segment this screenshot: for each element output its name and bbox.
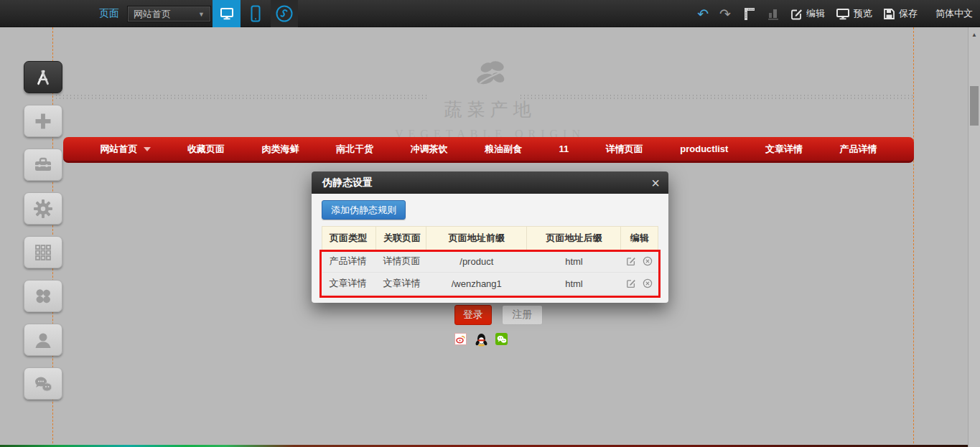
- pseudo-static-settings-dialog: 伪静态设置 × 添加伪静态规则 页面类型 关联页面 页面地址前缀 页面地址后缀 …: [312, 171, 668, 303]
- redo-button[interactable]: ↷: [719, 7, 731, 21]
- site-navbar: 网站首页 收藏页面 肉类海鲜 南北干货 冲调茶饮 粮油副食 11 详情页面 pr…: [63, 137, 914, 163]
- header-linked-page: 关联页面: [375, 227, 426, 250]
- rules-table: 页面类型 关联页面 页面地址前缀 页面地址后缀 编辑 产品详情 详情页面 /pr…: [322, 226, 658, 295]
- grid-icon: [34, 243, 52, 262]
- edit-button[interactable]: 编辑: [790, 7, 825, 20]
- page-label: 页面: [99, 7, 119, 20]
- cell-page-type: 文章详情: [322, 273, 376, 295]
- canvas-guide-right: [913, 27, 914, 447]
- sidebar-modules-grid-button[interactable]: [24, 236, 62, 268]
- edit-pencil-icon: [790, 8, 803, 20]
- preview-monitor-icon: [836, 7, 850, 21]
- vegetable-logo-icon: [470, 57, 511, 90]
- nav-item-home[interactable]: 网站首页: [101, 143, 151, 156]
- mobile-view-button[interactable]: [243, 0, 268, 27]
- preview-label: 预览: [854, 7, 872, 20]
- scrollbar-thumb[interactable]: [970, 86, 979, 126]
- plus-icon: [33, 111, 53, 131]
- table-row: 文章详情 文章详情 /wenzhang1 html: [322, 273, 658, 295]
- ruler-icon: [742, 6, 756, 22]
- close-icon[interactable]: ×: [651, 176, 660, 190]
- ruler-button[interactable]: [742, 6, 756, 22]
- language-switch[interactable]: 简体中文: [935, 7, 973, 20]
- qq-icon[interactable]: [475, 333, 488, 347]
- chevron-down-icon: ▼: [198, 11, 205, 18]
- undo-button[interactable]: ↶: [697, 7, 709, 21]
- site-logo-block: 蔬菜产地 VEGETABLE ORIGIN: [0, 57, 980, 141]
- nav-item-11[interactable]: 11: [559, 143, 569, 154]
- clover-icon: [34, 287, 52, 306]
- design-tools-icon: [34, 68, 52, 87]
- add-pseudo-static-rule-button[interactable]: 添加伪静态规则: [322, 200, 406, 220]
- nav-item-productlist[interactable]: productlist: [680, 143, 728, 154]
- sidebar-settings-button[interactable]: [24, 192, 62, 225]
- dialog-title: 伪静态设置: [322, 177, 373, 189]
- nav-item-product-detail[interactable]: 产品详情: [839, 143, 877, 156]
- nav-item-meat-seafood[interactable]: 肉类海鲜: [262, 143, 299, 156]
- nav-item-detail-page[interactable]: 详情页面: [606, 143, 643, 156]
- sidebar-member-button[interactable]: [24, 324, 62, 356]
- chevron-down-icon: [144, 147, 151, 151]
- login-button[interactable]: 登录: [454, 305, 492, 325]
- toolbox-icon: [33, 156, 53, 174]
- header-url-suffix: 页面地址后缀: [527, 227, 621, 250]
- nav-item-article-detail[interactable]: 文章详情: [765, 143, 803, 156]
- stats-button[interactable]: [767, 6, 780, 21]
- wechat-icon[interactable]: [495, 333, 508, 345]
- save-floppy-icon: [883, 8, 895, 20]
- save-label: 保存: [899, 7, 918, 20]
- sidebar-apps-button[interactable]: [24, 280, 62, 312]
- gear-icon: [33, 199, 53, 219]
- dialog-titlebar[interactable]: 伪静态设置 ×: [312, 171, 668, 194]
- row-edit-icon[interactable]: [626, 278, 636, 288]
- rules-table-header-row: 页面类型 关联页面 页面地址前缀 页面地址后缀 编辑: [322, 227, 658, 250]
- cell-url-suffix: html: [527, 250, 621, 273]
- save-button[interactable]: 保存: [883, 7, 918, 20]
- person-icon: [34, 331, 52, 349]
- editor-topbar: 页面 网站首页 ▼ ↶ ↷: [0, 0, 980, 27]
- desktop-view-button[interactable]: [213, 0, 241, 27]
- cell-url-prefix: /product: [426, 250, 527, 273]
- row-delete-icon[interactable]: [643, 256, 653, 266]
- nav-item-grain-oil[interactable]: 粮油副食: [485, 143, 522, 156]
- weibo-icon[interactable]: [454, 333, 467, 345]
- table-row: 产品详情 详情页面 /product html: [322, 250, 658, 273]
- rules-table-wrap: 页面类型 关联页面 页面地址前缀 页面地址后缀 编辑 产品详情 详情页面 /pr…: [322, 226, 658, 295]
- phone-icon: [250, 5, 261, 22]
- register-button[interactable]: 注册: [502, 305, 543, 325]
- nav-item-dry-goods[interactable]: 南北干货: [336, 143, 373, 156]
- cell-url-prefix: /wenzhang1: [426, 273, 527, 295]
- theme-style-button[interactable]: [271, 0, 298, 27]
- cell-page-type: 产品详情: [322, 250, 376, 273]
- monitor-icon: [219, 6, 235, 22]
- header-page-type: 页面类型: [322, 227, 376, 250]
- preview-button[interactable]: 预览: [836, 7, 872, 21]
- site-logo-title: 蔬菜产地: [0, 98, 980, 121]
- bar-chart-icon: [767, 6, 780, 21]
- style-s-icon: [275, 4, 294, 23]
- sidebar-add-module-button[interactable]: [24, 105, 62, 137]
- nav-item-favorites[interactable]: 收藏页面: [187, 143, 225, 156]
- sidebar-toolbox-button[interactable]: [24, 149, 62, 181]
- nav-item-tea-drinks[interactable]: 冲调茶饮: [411, 143, 448, 156]
- dialog-body: 添加伪静态规则 页面类型 关联页面 页面地址前缀 页面地址后缀 编辑 产品详情 …: [312, 194, 668, 303]
- scrollbar-up-arrow[interactable]: ▲: [969, 32, 980, 38]
- page-selector-value: 网站首页: [134, 8, 171, 21]
- cell-url-suffix: html: [527, 273, 621, 295]
- page-selector-dropdown[interactable]: 网站首页 ▼: [127, 6, 211, 22]
- page-scrollbar[interactable]: ▲: [968, 27, 980, 447]
- edit-label: 编辑: [806, 7, 825, 20]
- cell-linked-page: 文章详情: [375, 273, 426, 295]
- cell-linked-page: 详情页面: [375, 250, 426, 273]
- sidebar-wechat-button[interactable]: [24, 367, 62, 400]
- header-edit: 编辑: [621, 227, 658, 250]
- chat-bubbles-icon: [33, 375, 53, 392]
- row-edit-icon[interactable]: [626, 256, 636, 266]
- sidebar-design-tools-button[interactable]: [24, 61, 62, 93]
- row-delete-icon[interactable]: [643, 278, 653, 288]
- header-url-prefix: 页面地址前缀: [426, 227, 527, 250]
